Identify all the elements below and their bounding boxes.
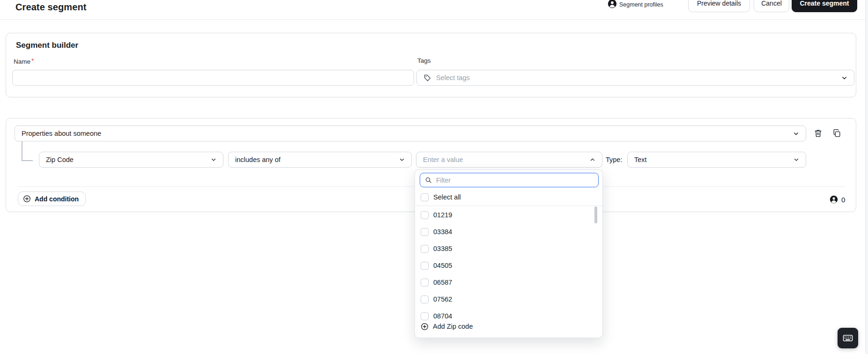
chevron-down-icon [399, 157, 405, 162]
zip-option-label: 06587 [433, 279, 452, 286]
page-title: Create segment [15, 2, 86, 13]
page-scrollbar[interactable] [865, 0, 868, 354]
zip-option-row[interactable]: 06587 [415, 274, 602, 291]
operator-select-value: includes any of [235, 156, 281, 163]
chevron-down-icon [841, 75, 847, 81]
delete-condition-button[interactable] [814, 129, 823, 138]
chevron-down-icon [793, 131, 799, 137]
keyboard-widget-button[interactable] [838, 328, 858, 348]
add-zip-code-row[interactable]: Add Zip code [415, 318, 602, 334]
value-multiselect[interactable]: Enter a value [416, 152, 602, 168]
name-input[interactable] [12, 70, 414, 86]
add-condition-label: Add condition [35, 195, 79, 203]
chevron-up-icon [590, 157, 595, 162]
chevron-down-icon [794, 157, 799, 162]
zip-option-checkbox[interactable] [421, 228, 429, 236]
segment-builder-card: Segment builder Name* Tags Select tags [6, 33, 856, 97]
chevron-down-icon [211, 157, 216, 162]
zip-option-row[interactable]: 03384 [415, 223, 602, 240]
matched-contacts-counter: 0 [830, 195, 845, 204]
zip-option-checkbox[interactable] [421, 279, 429, 287]
keyboard-icon [842, 332, 853, 344]
value-placeholder: Enter a value [423, 156, 463, 163]
segment-profiles-label: Segment profiles [619, 1, 663, 8]
top-bar: Create segment Segment profiles Preview … [0, 0, 868, 20]
plus-circle-icon [421, 323, 429, 331]
zip-option-row[interactable]: 04505 [415, 257, 602, 274]
zip-option-checkbox[interactable] [421, 245, 429, 253]
zip-option-row[interactable]: 03385 [415, 240, 602, 257]
zip-option-checkbox[interactable] [421, 211, 429, 219]
condition-connector-line [22, 160, 33, 161]
cancel-button[interactable]: Cancel [754, 0, 789, 12]
add-condition-button[interactable]: Add condition [18, 192, 86, 206]
create-segment-page: Create segment Segment profiles Preview … [0, 0, 868, 354]
dropdown-filter-input[interactable] [436, 177, 594, 184]
copy-icon [832, 129, 841, 138]
zip-option-checkbox[interactable] [421, 295, 429, 303]
tags-select[interactable]: Select tags [416, 70, 854, 86]
preview-details-button[interactable]: Preview details [688, 0, 750, 12]
dropdown-divider [415, 206, 602, 206]
plus-circle-icon [23, 195, 31, 203]
dropdown-filter-field [420, 173, 599, 187]
name-label: Name* [14, 57, 34, 65]
create-segment-button[interactable]: Create segment [792, 0, 857, 12]
type-select[interactable]: Text [627, 152, 806, 168]
zip-option-list: 01219 03384 03385 04505 [415, 206, 602, 324]
tags-placeholder: Select tags [436, 74, 470, 81]
duplicate-condition-button[interactable] [832, 129, 842, 138]
required-asterisk: * [31, 57, 34, 64]
zip-option-row[interactable]: 01219 [415, 206, 602, 223]
operator-select[interactable]: includes any of [228, 152, 412, 168]
filter-group-value: Properties about someone [22, 130, 101, 137]
person-circle-icon [830, 195, 838, 204]
zip-option-checkbox[interactable] [421, 262, 429, 270]
filter-group-select[interactable]: Properties about someone [15, 125, 806, 141]
zip-option-label: 04505 [433, 262, 452, 269]
select-all-row[interactable]: Select all [415, 190, 602, 205]
select-all-label: Select all [433, 193, 461, 201]
zip-option-label: 03384 [433, 228, 452, 236]
zip-option-row[interactable]: 07562 [415, 291, 602, 308]
zip-option-label: 03385 [433, 245, 452, 252]
contact-count: 0 [841, 196, 845, 204]
dropdown-scrollbar-thumb[interactable] [594, 206, 597, 223]
zip-option-label: 07562 [433, 295, 452, 303]
field-select[interactable]: Zip Code [39, 152, 223, 168]
search-icon [425, 177, 432, 184]
trash-icon [814, 129, 823, 138]
add-zip-code-label: Add Zip code [433, 323, 473, 330]
segment-builder-title: Segment builder [16, 41, 78, 50]
condition-connector-line [22, 141, 22, 160]
zip-option-label: 01219 [433, 211, 452, 219]
value-dropdown-panel: Select all 01219 03384 03385 [415, 170, 603, 338]
tag-icon [423, 74, 431, 82]
tags-label: Tags [417, 57, 431, 64]
type-select-value: Text [634, 156, 647, 163]
select-all-checkbox[interactable] [421, 193, 429, 201]
person-circle-icon [608, 0, 617, 8]
field-select-value: Zip Code [46, 156, 74, 163]
type-label: Type: [606, 156, 622, 163]
